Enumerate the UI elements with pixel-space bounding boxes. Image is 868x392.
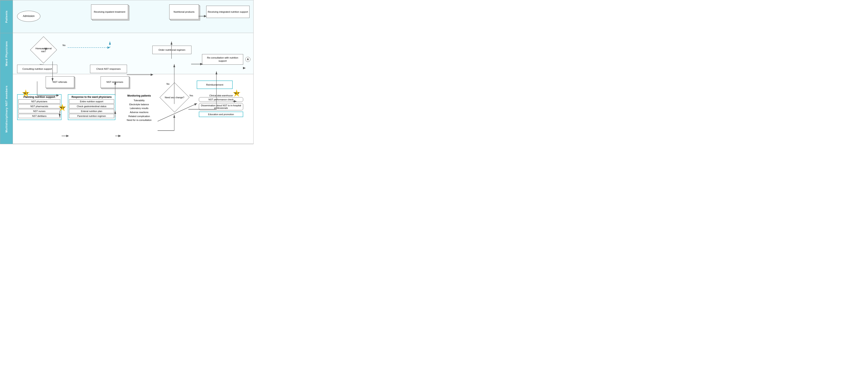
lane-label-ward: Ward Physicians xyxy=(0,33,13,74)
receiving-integrated-node: Receiving integrated nutrition support xyxy=(206,6,250,18)
monitoring-items: Tolerability Electrolyte balance Laborat… xyxy=(121,98,158,122)
lanes-content: Admission Receiving inpatient treatment … xyxy=(13,0,253,144)
need-change-yes: Yes xyxy=(189,94,193,97)
nst-referrals-stacked: NST referrals xyxy=(45,76,74,88)
nutritional-products-stacked: Nutritional products xyxy=(169,4,199,19)
lane-multi: NST referrals NST responses IV 1 Plannin… xyxy=(13,74,253,144)
lane-label-multi: Multidisciplinary NST members xyxy=(0,74,13,144)
dissemination-node: Dissemination about NST to in-hospital p… xyxy=(199,103,243,110)
nst-physicians: NST physicians xyxy=(19,99,60,103)
nutritional-risk-diamond: Have nutritional risk? xyxy=(30,39,57,60)
entire-nutrition: Entire nutrition support xyxy=(69,99,114,103)
nst-perf-node: NST performance check xyxy=(199,97,243,102)
order-regimen-node: Order nutritional regimen xyxy=(152,46,191,54)
need-change-diamond: Need any change? xyxy=(161,85,188,110)
consulting-node: Consulting nutrition support xyxy=(17,65,57,73)
check-nst-node: Check NST responses xyxy=(90,65,127,73)
right-group: Clinical data warehouse NST performance … xyxy=(199,94,243,118)
receiving-inpatient-stacked: Receiving inpatient treatment xyxy=(91,4,128,19)
lane-labels: Patients Ward Physicians Multidisciplina… xyxy=(0,0,13,144)
lane-ward: Have nutritional risk? No Yes Consulting… xyxy=(13,33,253,74)
monitoring-title: Monitoring patients xyxy=(121,94,158,97)
need-change-no: No xyxy=(166,83,169,85)
reconsultation-node: Re-consultation with nutrition support xyxy=(202,54,243,65)
nst-pharmacists: NST pharmacists xyxy=(19,104,60,109)
monitoring-group: Monitoring patients Tolerability Electro… xyxy=(121,94,158,122)
response-title: Response to the ward physicians xyxy=(69,95,114,98)
circle-a: A xyxy=(245,57,250,62)
lane-patients: Admission Receiving inpatient treatment … xyxy=(13,0,253,33)
education-node: Education and promotion xyxy=(199,112,243,117)
enteral-plan: Enteral nutrition plan xyxy=(69,109,114,113)
response-group: Response to the ward physicians Entire n… xyxy=(68,94,115,120)
check-gastro: Check gastrointestinal status xyxy=(69,104,114,109)
no-label: No xyxy=(63,44,65,47)
nst-nurses: NST nurses xyxy=(19,109,60,113)
nst-dietitians: NST dietitians xyxy=(19,114,60,118)
parenteral-regimen: Parenteral nutrition regimen xyxy=(69,114,114,118)
admission-node: Admission xyxy=(17,11,40,22)
reimbursement-node: Reimbursement xyxy=(197,81,232,89)
diagram-container: Patients Ward Physicians Multidisciplina… xyxy=(0,0,253,144)
planning-title: Planning nutrition support xyxy=(19,95,60,98)
nst-responses-stacked: NST responses xyxy=(100,76,129,88)
planning-group: Planning nutrition support NST physician… xyxy=(17,94,61,120)
lane-label-patients: Patients xyxy=(0,0,13,33)
